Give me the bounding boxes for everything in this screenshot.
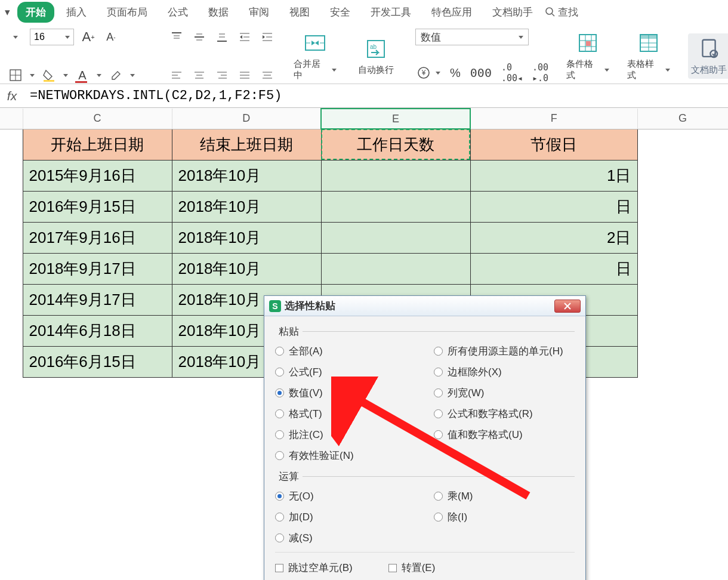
number-format-select[interactable]: 数值 [415, 29, 529, 45]
radio-theme[interactable]: 所有使用源主题的单元(H) [434, 344, 575, 358]
radio-formula[interactable]: 公式(F) [275, 365, 416, 379]
decrease-decimal-icon[interactable]: .00▸.0 [532, 62, 548, 84]
border-dropdown[interactable] [7, 67, 24, 84]
highlighter-dropdown[interactable] [107, 67, 124, 84]
radio-div[interactable]: 除(I) [434, 510, 575, 524]
radio-none[interactable]: 无(O) [275, 489, 416, 503]
tab-insert[interactable]: 插入 [58, 2, 95, 23]
cell[interactable]: 2014年9月17日 [23, 284, 172, 315]
chevron-down-icon[interactable] [97, 74, 101, 77]
wrap-text-button[interactable]: ab 自动换行 [354, 29, 397, 84]
tab-security[interactable]: 安全 [322, 2, 359, 23]
cell[interactable]: 日 [470, 253, 637, 284]
tab-layout[interactable]: 页面布局 [98, 2, 156, 23]
tab-review[interactable]: 审阅 [240, 2, 277, 23]
cell[interactable] [321, 253, 470, 284]
percent-icon[interactable]: % [450, 66, 461, 80]
search-button[interactable]: 查找 [545, 5, 578, 19]
align-distributed-icon[interactable] [259, 67, 276, 84]
col-header-c[interactable]: C [23, 109, 172, 129]
cell[interactable]: 2018年10月 [172, 191, 321, 222]
col-header-e[interactable]: E [321, 109, 470, 129]
font-size-select[interactable]: 16 [30, 29, 74, 45]
increase-decimal-icon[interactable]: .0.00◂ [501, 62, 523, 84]
align-middle-icon[interactable] [191, 29, 208, 45]
header-cell[interactable]: 工作日天数 [321, 129, 470, 160]
radio-validation[interactable]: 有效性验证(N) [275, 449, 416, 462]
align-right-icon[interactable] [214, 67, 230, 84]
decrease-font-icon[interactable]: A- [103, 29, 119, 45]
header-cell[interactable]: 结束上班日期 [172, 129, 321, 160]
chevron-down-icon[interactable] [436, 72, 440, 75]
doc-assist-button[interactable]: 文档助手 [688, 33, 728, 79]
fx-icon[interactable]: fx [0, 89, 24, 103]
fill-color-dropdown[interactable] [41, 67, 57, 84]
radio-all[interactable]: 全部(A) [275, 344, 416, 358]
col-header-f[interactable]: F [470, 109, 637, 129]
cell[interactable]: 2016年9月15日 [23, 191, 172, 222]
tab-special[interactable]: 特色应用 [423, 2, 480, 23]
transpose-label: 转置(E) [402, 561, 436, 575]
cell[interactable]: 日 [470, 191, 637, 222]
increase-font-icon[interactable]: A+ [80, 29, 97, 45]
tab-formula[interactable]: 公式 [159, 2, 196, 23]
file-menu-caret[interactable]: ▾ [5, 6, 10, 18]
radio-comment[interactable]: 批注(C) [275, 428, 416, 442]
cell[interactable]: 2018年10月 [172, 160, 321, 191]
table-style-button[interactable]: 表格样式 [627, 29, 670, 84]
cell[interactable]: 2017年9月16日 [23, 222, 172, 253]
col-header-g[interactable]: G [637, 109, 728, 129]
col-header-d[interactable]: D [172, 109, 321, 129]
indent-increase-icon[interactable] [259, 29, 276, 45]
tab-devtools[interactable]: 开发工具 [362, 2, 419, 23]
cell[interactable] [321, 222, 470, 253]
radio-format[interactable]: 格式(T) [275, 407, 416, 421]
tab-view[interactable]: 视图 [281, 2, 318, 23]
cell[interactable]: 1日 [470, 160, 637, 191]
align-justify-icon[interactable] [236, 67, 253, 84]
cell[interactable]: 2日 [470, 222, 637, 253]
chevron-down-icon[interactable] [130, 74, 135, 77]
radio-add[interactable]: 加(D) [275, 510, 416, 524]
dialog-titlebar[interactable]: S 选择性粘贴 [264, 296, 585, 316]
currency-dropdown[interactable]: ¥ [415, 64, 432, 81]
cell[interactable]: 2018年10月 [172, 253, 321, 284]
indent-decrease-icon[interactable] [236, 29, 253, 45]
skip-blanks-checkbox[interactable]: 跳过空单元(B) [275, 561, 353, 575]
conditional-format-button[interactable]: 条件格式 [566, 29, 609, 84]
radio-value[interactable]: 数值(V) [275, 386, 416, 400]
formula-input[interactable] [24, 84, 728, 107]
tab-data[interactable]: 数据 [200, 2, 237, 23]
transpose-checkbox[interactable]: 转置(E) [388, 561, 436, 575]
cell[interactable] [321, 160, 470, 191]
header-cell[interactable]: 节假日 [470, 129, 637, 160]
radio-sub[interactable]: 减(S) [275, 531, 416, 545]
radio-colwidth[interactable]: 列宽(W) [434, 386, 575, 400]
radio-valnum[interactable]: 值和数字格式(U) [434, 428, 575, 442]
align-center-icon[interactable] [191, 67, 208, 84]
cell[interactable]: 2014年6月18日 [23, 315, 172, 346]
align-bottom-icon[interactable] [214, 29, 230, 45]
font-color-dropdown[interactable]: A [74, 67, 91, 84]
tab-doc-assist[interactable]: 文档助手 [484, 2, 541, 23]
radio-mul[interactable]: 乘(M) [434, 489, 575, 503]
checkbox-icon [388, 564, 397, 572]
align-top-icon[interactable] [168, 29, 185, 45]
cell[interactable]: 2018年10月 [172, 222, 321, 253]
cell[interactable]: 2015年9月16日 [23, 160, 172, 191]
radio-icon [275, 388, 284, 397]
cell[interactable]: 2016年6月15日 [23, 346, 172, 377]
merge-cells-button[interactable]: 合并居中 [294, 29, 337, 84]
font-dd[interactable] [7, 29, 24, 45]
chevron-down-icon[interactable] [30, 74, 35, 77]
radio-noborder[interactable]: 边框除外(X) [434, 365, 575, 379]
close-button[interactable] [554, 300, 581, 313]
radio-fmtnum[interactable]: 公式和数字格式(R) [434, 407, 575, 421]
tab-start[interactable]: 开始 [17, 2, 54, 23]
cell[interactable]: 2018年9月17日 [23, 253, 172, 284]
header-cell[interactable]: 开始上班日期 [23, 129, 172, 160]
comma-style-icon[interactable]: 000 [470, 66, 492, 80]
chevron-down-icon[interactable] [63, 74, 68, 77]
align-left-icon[interactable] [168, 67, 185, 84]
cell[interactable] [321, 191, 470, 222]
